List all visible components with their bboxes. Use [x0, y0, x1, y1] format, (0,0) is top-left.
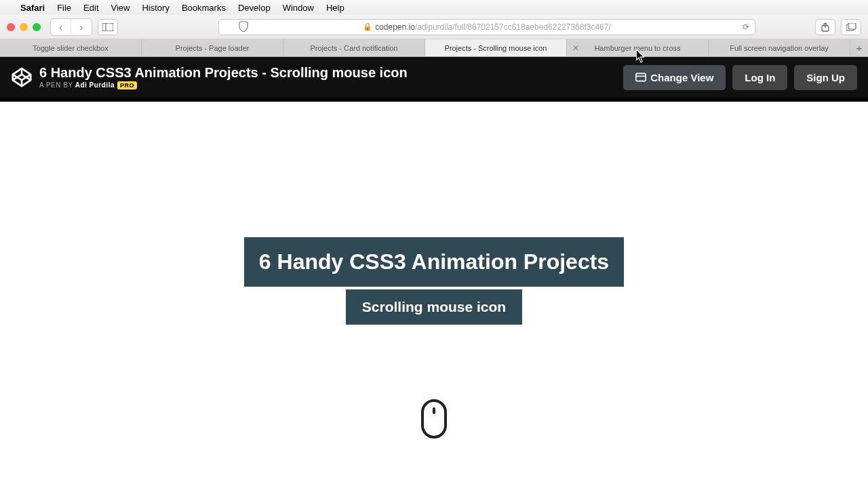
- toolbar-right: [815, 19, 861, 35]
- close-window-button[interactable]: [7, 23, 15, 31]
- svg-rect-0: [102, 23, 113, 31]
- sidebar-toggle[interactable]: [98, 19, 118, 35]
- pen-subtitle: A PEN BY Adi PurdilaPRO: [39, 81, 408, 89]
- tab-label: Projects - Page loader: [176, 44, 250, 52]
- tab-label: Projects - Scrolling mouse icon: [444, 44, 547, 52]
- tab-3[interactable]: Projects - Scrolling mouse icon: [425, 39, 567, 56]
- codepen-logo-icon[interactable]: [11, 66, 33, 88]
- headline: 6 Handy CSS3 Animation Projects: [244, 237, 624, 287]
- share-button[interactable]: [815, 19, 835, 35]
- minimize-window-button[interactable]: [20, 23, 28, 31]
- login-button[interactable]: Log In: [732, 65, 787, 90]
- tab-label: Toggle slider checkbox: [33, 44, 108, 52]
- tab-1[interactable]: Projects - Page loader: [142, 39, 283, 56]
- page-content: 6 Handy CSS3 Animation Projects Scrollin…: [0, 102, 868, 488]
- nav-buttons: ‹ ›: [50, 18, 92, 36]
- window-controls: [7, 23, 41, 31]
- menu-help[interactable]: Help: [326, 3, 344, 13]
- mouse-icon: [421, 399, 447, 439]
- codepen-header: 6 Handy CSS3 Animation Projects - Scroll…: [0, 57, 868, 98]
- tab-0[interactable]: Toggle slider checkbox: [0, 39, 142, 56]
- new-tab-button[interactable]: +: [850, 39, 868, 56]
- tabs-overview-button[interactable]: [841, 19, 861, 35]
- browser-toolbar: ‹ › 🔒 codepen.io/adipurdila/full/8670215…: [0, 15, 868, 39]
- url-host: codepen.io: [375, 22, 415, 32]
- tab-5[interactable]: Full screen navigation overlay: [709, 39, 850, 56]
- svg-rect-5: [636, 73, 646, 81]
- maximize-window-button[interactable]: [33, 23, 41, 31]
- menu-window[interactable]: Window: [283, 3, 314, 13]
- address-bar[interactable]: 🔒 codepen.io/adipurdila/full/86702157cc6…: [218, 19, 755, 35]
- menu-bookmarks[interactable]: Bookmarks: [182, 3, 226, 13]
- layout-icon: [635, 72, 646, 83]
- signup-button[interactable]: Sign Up: [794, 65, 857, 90]
- pen-author[interactable]: Adi Purdila: [75, 81, 115, 89]
- url-path: /adipurdila/full/86702157cc618aebed62227…: [415, 22, 611, 32]
- pen-by-label: A PEN BY: [39, 81, 75, 89]
- menu-file[interactable]: File: [57, 3, 71, 13]
- tab-label: Projects - Card notification: [311, 44, 398, 52]
- menu-history[interactable]: History: [142, 3, 169, 13]
- svg-rect-4: [848, 23, 856, 29]
- macos-menubar: Safari File Edit View History Bookmarks …: [0, 0, 868, 15]
- lock-icon: 🔒: [363, 22, 372, 31]
- change-view-label: Change View: [650, 72, 713, 83]
- tab-label: Full screen navigation overlay: [730, 44, 829, 52]
- app-name[interactable]: Safari: [20, 3, 45, 13]
- signup-label: Sign Up: [806, 72, 845, 83]
- menu-edit[interactable]: Edit: [83, 3, 98, 13]
- pen-title: 6 Handy CSS3 Animation Projects - Scroll…: [39, 65, 408, 80]
- menu-develop[interactable]: Develop: [238, 3, 271, 13]
- privacy-shield-icon[interactable]: [235, 18, 252, 35]
- menu-view[interactable]: View: [111, 3, 130, 13]
- close-tab-icon[interactable]: ✕: [572, 43, 579, 53]
- pro-badge: PRO: [117, 81, 137, 89]
- tab-4[interactable]: ✕Hamburger menu to cross: [567, 39, 709, 56]
- change-view-button[interactable]: Change View: [623, 65, 726, 90]
- tab-label: Hamburger menu to cross: [594, 44, 680, 52]
- subtitle: Scrolling mouse icon: [346, 289, 522, 325]
- reload-icon[interactable]: ⟳: [743, 22, 749, 32]
- tab-strip: Toggle slider checkbox Projects - Page l…: [0, 39, 868, 57]
- login-label: Log In: [745, 72, 775, 83]
- forward-button[interactable]: ›: [71, 19, 92, 35]
- back-button[interactable]: ‹: [51, 19, 71, 35]
- tab-2[interactable]: Projects - Card notification: [283, 39, 425, 56]
